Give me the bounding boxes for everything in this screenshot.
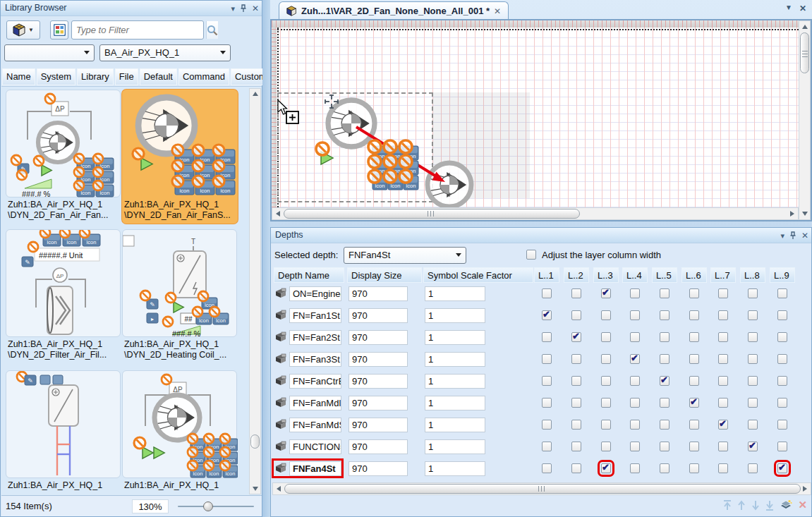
scrollbar-thumb[interactable]	[284, 209, 580, 219]
layer-checkbox-L4[interactable]	[630, 354, 640, 364]
scale-factor-field[interactable]: 1	[425, 374, 485, 389]
filter-input[interactable]	[72, 21, 206, 39]
zoom-slider-thumb[interactable]	[203, 501, 213, 511]
layer-checkbox-L2[interactable]	[571, 442, 581, 451]
layer-checkbox-L8[interactable]	[748, 398, 758, 408]
depth-name-field[interactable]: FN=FanMdSt	[289, 418, 341, 432]
layer-checkbox-L9[interactable]	[777, 310, 787, 320]
layer-checkbox-L6[interactable]	[689, 332, 699, 342]
close-icon[interactable]: ✕	[799, 4, 806, 13]
tab-close-icon[interactable]: ✕	[494, 6, 501, 16]
layer-checkbox-L8[interactable]	[748, 376, 758, 386]
layer-checkbox-L9[interactable]	[777, 332, 787, 342]
display-size-field[interactable]: 970	[349, 374, 408, 389]
move-up-icon[interactable]	[737, 500, 746, 511]
layer-checkbox-L4[interactable]	[630, 376, 640, 386]
scale-factor-field[interactable]: 1	[425, 286, 485, 301]
library-item[interactable]: ΔP icon icon icon icon icon icon	[122, 370, 238, 495]
scale-factor-field[interactable]: 1	[425, 439, 485, 454]
column-header-layer[interactable]: L..1	[534, 267, 559, 283]
layer-checkbox-L6[interactable]	[689, 288, 699, 298]
depth-row[interactable]: FN=FanMdSt9701	[271, 414, 811, 436]
layer-checkbox-L2[interactable]	[571, 420, 581, 430]
column-header[interactable]: Symbol Scale Factor	[423, 267, 533, 283]
depth-name-field[interactable]: FN=Fan3St	[289, 352, 341, 367]
layer-checkbox-L9[interactable]	[777, 463, 787, 473]
close-icon[interactable]: ✕	[801, 231, 808, 240]
layer-checkbox-L1[interactable]	[542, 376, 552, 386]
layer-checkbox-L4[interactable]	[630, 463, 640, 473]
scrollbar-thumb[interactable]	[800, 32, 809, 73]
layer-checkbox-L7[interactable]	[718, 332, 728, 342]
library-tab-default[interactable]: Default	[140, 68, 177, 85]
scroll-left-icon[interactable]	[277, 486, 281, 492]
scroll-left-icon[interactable]	[276, 211, 280, 217]
layer-checkbox-L3[interactable]	[601, 463, 611, 473]
layer-checkbox-L3[interactable]	[601, 310, 611, 320]
layer-checkbox-L9[interactable]	[777, 354, 787, 364]
column-header-layer[interactable]: L..2	[564, 267, 589, 283]
library-item-thumbnail[interactable]: ✎	[6, 370, 121, 478]
depth-name-field[interactable]: FN=Fan1St	[289, 308, 341, 323]
display-size-field[interactable]: 970	[349, 461, 408, 476]
layer-checkbox-L1[interactable]	[542, 332, 552, 342]
layer-checkbox-L8[interactable]	[748, 420, 758, 430]
layer-checkbox-L8[interactable]	[748, 288, 758, 298]
depth-row[interactable]: FN=Fan1St9701	[271, 305, 811, 327]
layer-checkbox-L5[interactable]	[660, 463, 669, 473]
layer-checkbox-L8[interactable]	[748, 310, 758, 320]
library-item[interactable]: T✎ ▸ ## icon icon icon ###.# %Zuh1:BA_Ai…	[122, 229, 238, 363]
layer-checkbox-L6[interactable]	[689, 398, 699, 408]
pin-icon[interactable]	[240, 4, 247, 13]
layer-checkbox-L3[interactable]	[601, 288, 611, 298]
layer-checkbox-L5[interactable]	[660, 310, 669, 320]
layer-checkbox-L2[interactable]	[571, 332, 581, 342]
layer-checkbox-L1[interactable]	[542, 463, 552, 473]
layer-checkbox-L9[interactable]	[777, 398, 787, 408]
layer-checkbox-L2[interactable]	[571, 463, 581, 473]
delete-icon[interactable]: ✕	[798, 499, 807, 511]
layer-checkbox-L7[interactable]	[718, 354, 728, 364]
layer-checkbox-L9[interactable]	[777, 420, 787, 430]
panel-splitter[interactable]	[262, 0, 270, 517]
depth-row[interactable]: FN=FanMdlt|F9701	[271, 392, 811, 414]
adjust-width-checkbox[interactable]	[526, 250, 536, 260]
layer-checkbox-L5[interactable]	[660, 420, 669, 430]
library-scrollbar[interactable]	[249, 88, 261, 494]
depth-name-field[interactable]: FN=FanCtrByp	[289, 374, 341, 389]
layer-checkbox-L4[interactable]	[630, 332, 640, 342]
layer-checkbox-L2[interactable]	[571, 354, 581, 364]
library-item-thumbnail[interactable]: ΔP ✎ ###.# % icon icon icon icon icon	[6, 90, 121, 197]
layer-checkbox-L8[interactable]	[748, 332, 758, 342]
scroll-up-icon[interactable]	[802, 25, 808, 29]
depth-row[interactable]: FN=FanCtrByp9701	[271, 370, 811, 392]
library-tab-command[interactable]: Command	[178, 68, 229, 85]
layers-icon[interactable]	[780, 499, 792, 511]
library-item-thumbnail[interactable]: icon icon icon #####.# Unit ✎ΔP	[6, 229, 121, 337]
library-item[interactable]: icon icon icon #####.# Unit ✎ΔPZuh1:BA_A…	[6, 229, 121, 363]
scale-factor-field[interactable]: 1	[425, 308, 485, 323]
library-tab-library[interactable]: Library	[77, 68, 114, 85]
library-item-thumbnail[interactable]: T✎ ▸ ## icon icon icon ###.# %	[122, 229, 237, 337]
library-dropdown-2[interactable]: BA_Air_PX_HQ_1	[99, 44, 231, 61]
layer-checkbox-L3[interactable]	[601, 332, 611, 342]
layer-checkbox-L7[interactable]	[718, 376, 728, 386]
layer-checkbox-L5[interactable]	[660, 288, 669, 298]
scroll-down-icon[interactable]	[802, 212, 808, 216]
document-tab[interactable]: Zuh...1\VAR_2D_Fan_None_None_All_001 * ✕	[279, 1, 509, 20]
layer-checkbox-L8[interactable]	[748, 463, 758, 473]
layer-checkbox-L1[interactable]	[542, 288, 552, 298]
layer-checkbox-L6[interactable]	[689, 310, 699, 320]
depth-name-field[interactable]: ON=Engineer	[289, 286, 341, 301]
layer-checkbox-L8[interactable]	[748, 442, 758, 451]
scrollbar-thumb[interactable]	[250, 434, 260, 449]
layer-checkbox-L2[interactable]	[571, 288, 581, 298]
layer-checkbox-L1[interactable]	[542, 442, 552, 451]
canvas-hscrollbar[interactable]	[272, 207, 799, 220]
layer-checkbox-L4[interactable]	[630, 420, 640, 430]
library-tab-name[interactable]: Name	[2, 68, 35, 85]
layer-checkbox-L6[interactable]	[689, 463, 699, 473]
scale-factor-field[interactable]: 1	[425, 418, 485, 432]
layer-checkbox-L5[interactable]	[660, 442, 669, 451]
column-header-layer[interactable]: L..3	[593, 267, 619, 283]
